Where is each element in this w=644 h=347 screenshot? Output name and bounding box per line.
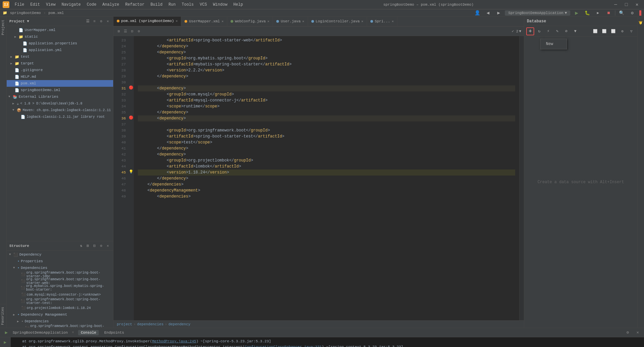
code-editor[interactable]: <artifactId>spring-boot-starter-web</art… (134, 36, 519, 320)
breadcrumb-project[interactable]: project (117, 322, 132, 326)
tab-close-login[interactable]: ✕ (361, 19, 363, 23)
project-icon-list[interactable]: ≡ (92, 19, 97, 24)
tree-item-gitignore[interactable]: 📄 .gitignore (7, 67, 113, 73)
new-popup-item[interactable]: New (541, 40, 567, 48)
struct-dep5[interactable]: ⬛ org.springframework.boot:spring-boot-s… (7, 298, 113, 305)
menu-analyze[interactable]: Analyze (100, 2, 122, 8)
settings-btn[interactable]: ⚙ (628, 9, 637, 17)
profile-btn[interactable]: 👤 (473, 9, 481, 17)
run-play-btn[interactable]: ▶ (3, 329, 10, 336)
menu-file[interactable]: File (12, 2, 27, 8)
menu-run[interactable]: Run (166, 2, 179, 8)
structure-expand-icon[interactable]: ⊞ (85, 243, 90, 249)
db-config-btn[interactable]: ⚙ (618, 27, 626, 35)
run-console[interactable]: at org.springframework.cglib.proxy.Metho… (11, 337, 644, 347)
project-icon-settings[interactable]: ⚙ (98, 19, 104, 24)
tab-spri[interactable]: Spri... ✕ (367, 17, 397, 26)
et-icon1[interactable]: ⊞ (116, 29, 121, 34)
breadcrumb-dependencies[interactable]: dependencies (137, 322, 164, 326)
side-tab-favorites[interactable]: Favorites (0, 304, 6, 328)
run-tab-endpoints[interactable]: Endpoints (101, 330, 126, 335)
db-refresh-btn[interactable]: ↻ (535, 27, 543, 35)
tree-item-jdk[interactable]: ▶ ☕ < 1.8 > D:\develop\Java\jdk-1.8 (7, 100, 113, 107)
et-icon2[interactable]: ☰ (123, 29, 128, 34)
link-methodproxy[interactable]: MethodProxy.java:245 (152, 339, 196, 343)
structure-collapse-icon[interactable]: ⊟ (92, 243, 97, 249)
tree-item-iml[interactable]: 📄 springBootDemo.iml (7, 87, 113, 93)
menu-edit[interactable]: Edit (28, 2, 43, 8)
structure-sort-icon[interactable]: ⇅ (78, 243, 84, 249)
db-filter-btn[interactable]: ⊘ (562, 27, 570, 35)
db-layout-btn[interactable]: ▼ (571, 27, 579, 35)
back-btn[interactable]: ◀ (484, 9, 492, 17)
tree-item-logback-jar[interactable]: 📄 logback-classic-1.2.11.jar library roo… (7, 113, 113, 120)
tab-close-pom[interactable]: ✕ (176, 19, 178, 23)
coverage-btn[interactable]: ▶ (594, 9, 602, 17)
project-icon-close[interactable]: ✕ (105, 19, 110, 24)
menu-tools[interactable]: Tools (179, 2, 197, 8)
tab-close-spri[interactable]: ✕ (392, 19, 394, 23)
tab-close-um[interactable]: ✕ (222, 19, 224, 23)
menu-navigate[interactable]: Navigate (59, 2, 83, 8)
struct-dependency[interactable]: ▼ ⬛ Dependency (7, 251, 113, 258)
menu-view[interactable]: View (43, 2, 58, 8)
db-lightning-btn[interactable]: ⚡ (544, 27, 552, 35)
struct-dm-deps[interactable]: ▶ ▪ Dependencies (7, 318, 113, 325)
run-settings-btn[interactable]: ⚙ (624, 329, 631, 336)
menu-code[interactable]: Code (84, 2, 99, 8)
db-filter-right-btn[interactable]: ▽ (627, 27, 635, 35)
tab-webconfig[interactable]: WebConfig.java ✕ (227, 17, 273, 26)
breadcrumb-dependency[interactable]: dependency (169, 322, 191, 326)
debug-btn[interactable]: 🐛 (583, 9, 592, 17)
db-view-btn2[interactable]: ⬜ (600, 27, 608, 35)
structure-settings-icon[interactable]: ⚙ (98, 243, 104, 249)
stop-btn[interactable]: ■ (604, 9, 613, 17)
et-settings[interactable]: ⚙ (136, 29, 141, 34)
tree-item-logback[interactable]: ▼ 📦 Maven: ch.qos.logback:logback-classi… (7, 107, 113, 113)
tab-user[interactable]: User.java ✕ (273, 17, 308, 26)
forward-btn[interactable]: ▶ (494, 9, 503, 17)
search-btn[interactable]: 🔍 (617, 9, 626, 17)
struct-dependencies[interactable]: ▼ ▪ Dependencies (7, 265, 113, 271)
menu-build[interactable]: Build (148, 2, 165, 8)
tab-usermapper[interactable]: UserMapper.xml ✕ (181, 17, 227, 26)
tab-login[interactable]: LoginController.java ✕ (308, 17, 367, 26)
run-close-btn[interactable]: ✕ (634, 329, 641, 336)
run-tab-console[interactable]: Console (78, 330, 99, 335)
tree-item-target[interactable]: ▶ 📁 target (7, 60, 113, 67)
struct-properties[interactable]: ▪ Properties (7, 258, 113, 265)
run-btn[interactable]: ▶ (572, 9, 581, 17)
db-view-btn3[interactable]: ⬜ (609, 27, 617, 35)
db-edit-btn[interactable]: ✎ (553, 27, 561, 35)
tree-item-help[interactable]: 📄 HELP.md (7, 73, 113, 80)
tab-close-user[interactable]: ✕ (302, 19, 304, 23)
tree-item-ext-libs[interactable]: ▼ 📚 External Libraries (7, 93, 113, 100)
maximize-btn[interactable]: □ (622, 0, 631, 9)
tree-item-usermapper[interactable]: 📄 UserMapper.xml (7, 27, 113, 33)
struct-dep4[interactable]: ⬛ com.mysql:mysql-connector-j:<unknown> (7, 291, 113, 298)
tab-close-wc[interactable]: ✕ (267, 19, 269, 23)
struct-dep1[interactable]: ⬛ org.springframework.boot:spring-boot-s… (7, 271, 113, 278)
struct-dep-mgmt[interactable]: ▶ ▪ Dependency Management (7, 311, 113, 318)
db-add-btn[interactable]: + New (526, 27, 534, 35)
side-tab-notifications[interactable]: 🔔 (638, 18, 644, 28)
struct-dep2[interactable]: ⬛ org.springframework.boot:spring-boot-s… (7, 278, 113, 285)
et-icon3[interactable]: ⊟ (129, 29, 135, 34)
project-icon-gear[interactable]: ☰ (85, 19, 90, 24)
tree-item-pom[interactable]: 📄 pom.xml (7, 80, 113, 87)
menu-vcs[interactable]: VCS (197, 2, 210, 8)
minimize-btn[interactable]: ─ (611, 0, 620, 9)
struct-dep6[interactable]: ⬛ org.projectlombok:lombok:1.18.24 (7, 305, 113, 311)
db-view-btn1[interactable]: ⬜ (591, 27, 599, 35)
tree-item-test[interactable]: ▶ 📁 test (7, 53, 113, 60)
tab-pom[interactable]: pom.xml (springBootDemo) ✕ (113, 17, 181, 26)
tree-item-static[interactable]: ▶ 📁 static (7, 33, 113, 40)
run-btn-play[interactable]: ▶ (2, 339, 9, 346)
menu-window[interactable]: Window (210, 2, 230, 8)
link-configclass[interactable]: ConfigurationClassEnhancer.java:331 (245, 345, 322, 347)
tree-item-app-yml[interactable]: 📄 application.yml (7, 47, 113, 53)
close-btn[interactable]: ✕ (633, 0, 641, 9)
structure-close-icon[interactable]: ✕ (105, 243, 110, 249)
run-config-selector[interactable]: SpringBootDemoApplication ▼ (505, 10, 570, 16)
menu-refactor[interactable]: Refactor (122, 2, 147, 8)
